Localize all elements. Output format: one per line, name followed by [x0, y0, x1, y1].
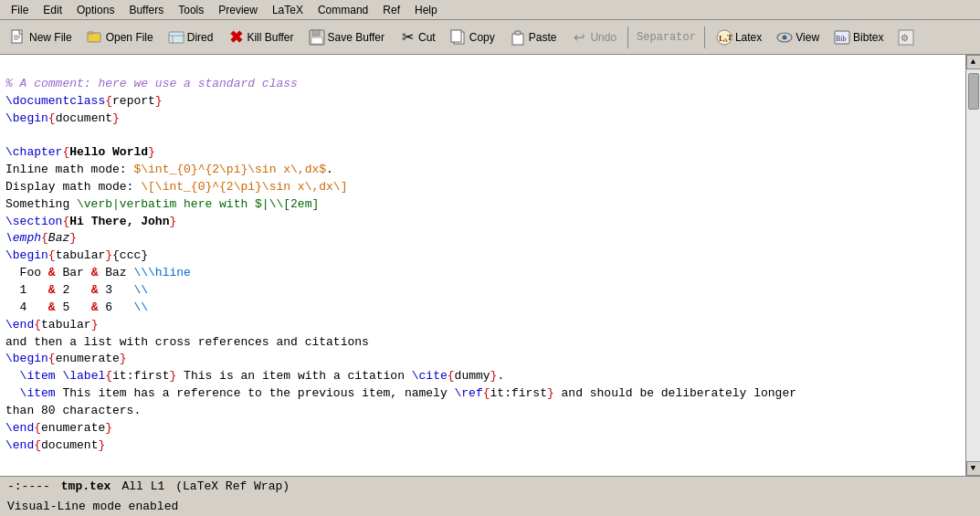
minibuffer: Visual-Line mode enabled — [0, 496, 980, 516]
latex-button[interactable]: LAT Latex — [710, 24, 768, 51]
svg-text:⚙: ⚙ — [901, 33, 909, 43]
undo-button[interactable]: ↩ Undo — [564, 24, 623, 51]
undo-icon: ↩ — [571, 29, 587, 46]
menu-latex[interactable]: LaTeX — [265, 2, 311, 18]
menu-preview[interactable]: Preview — [211, 2, 265, 18]
menu-command[interactable]: Command — [311, 2, 375, 18]
editor[interactable]: % A comment: here we use a standard clas… — [0, 55, 965, 476]
menubar: File Edit Options Buffers Tools Preview … — [0, 0, 980, 20]
separator-label: Separator — [633, 31, 700, 44]
editor-container: % A comment: here we use a standard clas… — [0, 55, 980, 476]
svg-text:T: T — [727, 33, 732, 42]
menu-tools[interactable]: Tools — [171, 2, 211, 18]
scrollbar[interactable]: ▲ ▼ — [965, 55, 980, 476]
menu-ref[interactable]: Ref — [375, 2, 407, 18]
extra-button[interactable]: ⚙ — [891, 24, 921, 51]
view-label: View — [796, 31, 819, 44]
view-icon — [776, 29, 793, 46]
menu-options[interactable]: Options — [69, 2, 121, 18]
dired-icon — [168, 29, 184, 46]
kill-buffer-button[interactable]: ✖ Kill Buffer — [221, 24, 300, 51]
dired-label: Dired — [187, 31, 214, 44]
dired-button[interactable]: Dired — [162, 24, 220, 51]
open-file-button[interactable]: Open File — [80, 24, 160, 51]
scroll-down-button[interactable]: ▼ — [966, 461, 981, 476]
svg-rect-6 — [169, 32, 184, 43]
toolbar-separator2 — [704, 26, 705, 48]
menu-edit[interactable]: Edit — [36, 2, 69, 18]
paste-button[interactable]: Paste — [503, 24, 564, 51]
svg-point-21 — [783, 35, 787, 39]
scroll-thumb[interactable] — [968, 73, 979, 110]
bibtex-icon: Bib — [834, 29, 850, 46]
bibtex-label: Bibtex — [853, 31, 883, 44]
status-position: All L1 — [121, 479, 164, 493]
cut-button[interactable]: ✂ Cut — [393, 24, 442, 51]
copy-label: Copy — [469, 31, 495, 44]
latex-label: Latex — [735, 31, 762, 44]
status-mode: -:---- — [7, 479, 50, 493]
svg-rect-11 — [311, 37, 322, 44]
svg-rect-5 — [88, 32, 93, 34]
scroll-track[interactable] — [966, 69, 980, 461]
svg-text:Bib: Bib — [836, 35, 847, 43]
save-buffer-label: Save Buffer — [328, 31, 385, 44]
menu-file[interactable]: File — [4, 2, 36, 18]
menu-help[interactable]: Help — [407, 2, 445, 18]
menu-buffers[interactable]: Buffers — [121, 2, 171, 18]
save-buffer-button[interactable]: Save Buffer — [302, 24, 391, 51]
minibuffer-text: Visual-Line mode enabled — [7, 500, 178, 513]
svg-rect-14 — [512, 34, 523, 45]
new-file-icon — [10, 29, 26, 46]
scroll-up-button[interactable]: ▲ — [966, 55, 981, 69]
copy-icon — [450, 29, 467, 46]
svg-rect-10 — [312, 30, 320, 36]
kill-buffer-label: Kill Buffer — [247, 31, 293, 44]
open-file-icon — [87, 29, 103, 46]
svg-rect-13 — [451, 30, 461, 42]
view-button[interactable]: View — [770, 24, 826, 51]
toolbar: New File Open File Dired ✖ Kill Buffer S… — [0, 20, 980, 55]
undo-label: Undo — [590, 31, 616, 44]
toolbar-separator — [627, 26, 628, 48]
latex-icon: LAT — [716, 29, 732, 46]
save-buffer-icon — [309, 29, 325, 46]
paste-icon — [510, 29, 526, 46]
new-file-button[interactable]: New File — [4, 24, 79, 51]
new-file-label: New File — [29, 31, 72, 44]
statusbar: -:---- tmp.tex All L1 (LaTeX Ref Wrap) — [0, 476, 980, 496]
status-extra: (LaTeX Ref Wrap) — [175, 479, 290, 493]
copy-button[interactable]: Copy — [444, 24, 501, 51]
paste-label: Paste — [529, 31, 557, 44]
status-filename: tmp.tex — [61, 479, 111, 493]
svg-rect-15 — [515, 31, 521, 35]
bibtex-button[interactable]: Bib Bibtex — [827, 24, 890, 51]
cut-label: Cut — [418, 31, 436, 44]
open-file-label: Open File — [106, 31, 153, 44]
kill-buffer-icon: ✖ — [227, 29, 244, 46]
cut-icon: ✂ — [399, 29, 416, 46]
extra-icon: ⚙ — [898, 29, 914, 46]
